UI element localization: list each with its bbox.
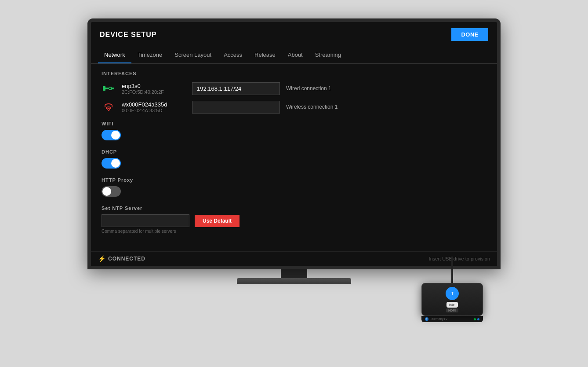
device-logo: T [446, 287, 459, 300]
dhcp-toggle-knob [111, 159, 120, 168]
http-proxy-toggle[interactable] [102, 186, 121, 197]
interface-info-wired: enp3s0 2C:FO:5D:40:20:2F [122, 83, 192, 95]
interface-name-wireless: wx000F024a335d [122, 101, 192, 108]
wifi-toggle[interactable] [102, 130, 121, 140]
wifi-label: WIFI [102, 121, 486, 126]
interface-mac-wired: 2C:FO:5D:40:20:2F [122, 89, 192, 95]
tab-streaming[interactable]: Streaming [309, 47, 347, 63]
svg-rect-5 [112, 88, 114, 89]
device-area: T intel HDMI T TelemetryTV [421, 257, 483, 322]
interfaces-label: INTERFACES [102, 71, 486, 76]
interface-ip-wireless[interactable] [192, 101, 280, 114]
device-lights [474, 318, 479, 320]
wifi-icon-container [102, 100, 116, 114]
device-brand-label: T TelemetryTV [425, 317, 447, 321]
tab-release[interactable]: Release [248, 47, 282, 63]
light-blue [477, 318, 479, 320]
ntp-input[interactable] [102, 214, 189, 227]
ntp-label: Set NTP Server [102, 206, 486, 211]
device-box: T intel HDMI [421, 283, 483, 316]
svg-rect-1 [105, 88, 109, 89]
dhcp-section: DHCP [102, 149, 486, 170]
tab-timezone[interactable]: Timezone [131, 47, 169, 63]
svg-rect-0 [103, 86, 105, 91]
device-hdmi-label: HDMI [446, 308, 458, 312]
tv-display: DEVICE SETUP DONE Network Timezone Scree… [79, 18, 509, 349]
ntp-hint: Comma separated for multiple servers [102, 229, 486, 234]
device-footer-bar: T TelemetryTV [421, 316, 483, 322]
wired-icon [102, 84, 115, 93]
svg-rect-3 [109, 89, 111, 90]
device-t-icon: T [425, 317, 428, 321]
content-area: INTERFACES enp3s0 [91, 64, 497, 251]
dhcp-label: DHCP [102, 149, 486, 154]
light-green [474, 318, 476, 320]
interface-connection-label-wireless: Wireless connection 1 [286, 104, 338, 110]
connected-status: ⚡ CONNECTED [98, 255, 145, 262]
device-intel-label: intel [446, 302, 458, 308]
interface-connection-label-wired: Wired connection 1 [286, 85, 331, 92]
tab-screen-layout[interactable]: Screen Layout [168, 47, 218, 63]
dhcp-toggle[interactable] [102, 158, 121, 169]
svg-rect-2 [109, 87, 111, 88]
page-title: DEVICE SETUP [100, 31, 156, 39]
wifi-toggle-knob [111, 131, 120, 139]
tabs-bar: Network Timezone Screen Layout Access Re… [91, 47, 497, 64]
http-proxy-section: HTTP Proxy [102, 177, 486, 198]
interface-name-wired: enp3s0 [122, 83, 192, 89]
svg-text:T: T [426, 318, 427, 320]
http-proxy-toggle-knob [102, 187, 111, 196]
cable-svg [448, 257, 457, 283]
interface-row-wireless: wx000F024a335d 00:0F:02:4A:33:5D Wireles… [102, 100, 486, 114]
tv-screen: DEVICE SETUP DONE Network Timezone Scree… [91, 22, 497, 266]
done-button[interactable]: DONE [451, 28, 488, 41]
tv-stand-neck [281, 269, 307, 278]
lightning-icon: ⚡ [98, 255, 105, 262]
tab-about[interactable]: About [282, 47, 309, 63]
ntp-section: Set NTP Server Use Default Comma separat… [102, 206, 486, 234]
wired-icon-container [102, 81, 116, 95]
device-brand-text: TelemetryTV [430, 317, 447, 320]
device-logo-letter: T [451, 291, 454, 296]
connected-text: CONNECTED [108, 256, 145, 262]
wifi-section: WIFI [102, 121, 486, 142]
tv-bezel: DEVICE SETUP DONE Network Timezone Scree… [87, 18, 501, 269]
header: DEVICE SETUP DONE [91, 22, 497, 47]
svg-rect-4 [111, 87, 112, 90]
tv-stand-base [237, 278, 351, 284]
interface-ip-wired[interactable] [192, 82, 280, 95]
interface-row-wired: enp3s0 2C:FO:5D:40:20:2F Wired connectio… [102, 81, 486, 95]
interface-info-wireless: wx000F024a335d 00:0F:02:4A:33:5D [122, 101, 192, 113]
use-default-button[interactable]: Use Default [195, 215, 240, 227]
http-proxy-label: HTTP Proxy [102, 177, 486, 183]
tab-access[interactable]: Access [218, 47, 248, 63]
interface-mac-wireless: 00:0F:02:4A:33:5D [122, 108, 192, 113]
ntp-row: Use Default [102, 214, 486, 227]
tab-network[interactable]: Network [98, 47, 131, 63]
